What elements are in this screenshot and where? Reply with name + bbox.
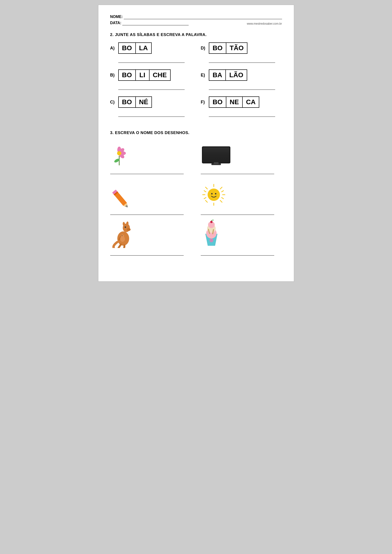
svg-line-28 xyxy=(222,198,224,199)
draw-line-kangaroo[interactable] xyxy=(110,250,184,256)
drawing-pencil xyxy=(110,181,191,215)
nome-row: NOME: xyxy=(110,14,282,19)
box-C-0: BO xyxy=(118,97,136,108)
label-E: E) xyxy=(201,73,207,78)
write-line-E[interactable] xyxy=(209,84,275,90)
worksheet-page: NOME: DATA: www.mestredosaber.com.br 2. … xyxy=(98,5,294,282)
svg-point-39 xyxy=(121,235,124,238)
box-D-1: TÃO xyxy=(226,42,247,54)
image-icecream xyxy=(201,222,222,248)
sun-icon xyxy=(201,182,227,207)
pencil-icon xyxy=(110,186,136,207)
svg-point-44 xyxy=(210,221,213,223)
box-F-1: NE xyxy=(226,97,243,108)
svg-rect-11 xyxy=(214,162,218,164)
label-D: D) xyxy=(201,46,207,51)
tv-icon xyxy=(201,145,231,166)
svg-point-29 xyxy=(208,188,220,201)
image-kangaroo xyxy=(110,222,136,248)
label-F: F) xyxy=(201,100,207,105)
kangaroo-icon xyxy=(110,220,136,248)
write-line-F[interactable] xyxy=(209,111,275,117)
svg-point-37 xyxy=(125,226,126,228)
data-label: DATA: xyxy=(110,21,121,25)
svg-point-30 xyxy=(211,193,213,194)
drawings-grid xyxy=(110,140,282,260)
drawing-tv xyxy=(201,140,282,174)
website-text: www.mestredosaber.com.br xyxy=(247,22,282,25)
image-sun xyxy=(201,181,227,207)
syllable-row-E: E) BA LÃO xyxy=(201,69,282,81)
box-F-0: BO xyxy=(209,97,226,108)
section2: 2. JUNTE AS SÍLABAS E ESCREVA A PALAVRA.… xyxy=(110,32,282,123)
image-flower xyxy=(110,140,129,166)
section3-title: 3. ESCREVA O NOME DOS DESENHOS. xyxy=(110,131,282,135)
drawing-sun xyxy=(201,181,282,215)
svg-line-21 xyxy=(205,187,207,189)
image-tv xyxy=(201,140,231,166)
flower-icon xyxy=(110,143,129,166)
label-B: B) xyxy=(110,73,117,78)
syllable-row-A: A) BO LA xyxy=(110,42,191,54)
icecream-icon xyxy=(201,220,222,248)
svg-line-26 xyxy=(222,191,224,192)
nome-label: NOME: xyxy=(110,15,123,19)
box-B-0: BO xyxy=(118,69,136,81)
box-D-0: BO xyxy=(209,42,226,54)
svg-point-47 xyxy=(210,238,213,242)
draw-line-icecream[interactable] xyxy=(201,250,274,256)
svg-line-22 xyxy=(220,200,222,202)
svg-line-27 xyxy=(204,198,206,199)
boxes-A: BO LA xyxy=(118,42,152,54)
box-B-2: CHE xyxy=(149,69,171,81)
box-E-1: LÃO xyxy=(225,69,247,81)
svg-point-40 xyxy=(122,235,122,236)
svg-line-25 xyxy=(204,191,206,192)
label-C: C) xyxy=(110,100,117,105)
box-E-0: BA xyxy=(209,69,226,81)
boxes-F: BO NE CA xyxy=(209,97,259,108)
syllable-item-C: C) BO NÉ xyxy=(110,97,191,117)
boxes-D: BO TÃO xyxy=(209,42,247,54)
draw-line-pencil[interactable] xyxy=(110,209,184,215)
boxes-E: BA LÃO xyxy=(209,69,247,81)
syllable-item-F: F) BO NE CA xyxy=(201,97,282,117)
box-B-1: LI xyxy=(135,69,150,81)
svg-point-34 xyxy=(127,228,131,231)
syllable-row-C: C) BO NÉ xyxy=(110,97,191,108)
syllable-item-D: D) BO TÃO xyxy=(201,42,282,63)
boxes-C: BO NÉ xyxy=(118,97,152,108)
syllable-item-B: B) BO LI CHE xyxy=(110,69,191,90)
draw-line-sun[interactable] xyxy=(201,209,274,215)
section2-title: 2. JUNTE AS SÍLABAS E ESCREVA A PALAVRA. xyxy=(110,32,282,37)
drawing-kangaroo xyxy=(110,222,191,256)
boxes-B: BO LI CHE xyxy=(118,69,171,81)
image-pencil xyxy=(110,181,136,207)
box-A-0: BO xyxy=(118,42,136,54)
syllable-row-D: D) BO TÃO xyxy=(201,42,282,54)
svg-rect-9 xyxy=(203,147,229,162)
draw-line-flower[interactable] xyxy=(110,168,184,174)
syllable-item-A: A) BO LA xyxy=(110,42,191,63)
syllable-row-F: F) BO NE CA xyxy=(201,97,282,108)
svg-line-24 xyxy=(205,200,207,202)
box-C-1: NÉ xyxy=(135,97,152,108)
svg-point-6 xyxy=(117,151,121,155)
syllable-row-B: B) BO LI CHE xyxy=(110,69,191,81)
draw-line-tv[interactable] xyxy=(201,168,274,174)
svg-line-23 xyxy=(220,187,222,189)
syllables-grid: A) BO LA D) BO TÃO xyxy=(110,42,282,123)
drawing-flower xyxy=(110,140,191,174)
write-line-A[interactable] xyxy=(118,57,185,63)
drawing-icecream xyxy=(201,222,282,256)
write-line-D[interactable] xyxy=(209,57,275,63)
syllable-item-E: E) BA LÃO xyxy=(201,69,282,90)
write-line-B[interactable] xyxy=(118,84,185,90)
svg-point-31 xyxy=(215,193,216,194)
nome-underline[interactable] xyxy=(124,14,282,19)
data-underline[interactable] xyxy=(122,21,189,25)
box-A-1: LA xyxy=(135,42,152,54)
write-line-C[interactable] xyxy=(118,111,185,117)
label-A: A) xyxy=(110,46,117,51)
section3: 3. ESCREVA O NOME DOS DESENHOS. xyxy=(110,131,282,260)
